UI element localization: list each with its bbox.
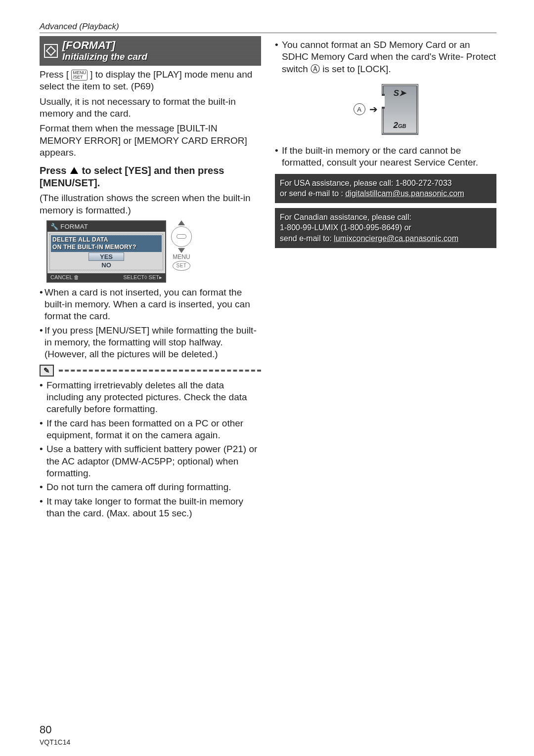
- step-note: (The illustration shows the screen when …: [40, 192, 261, 216]
- list-item: If the card has been formatted on a PC o…: [40, 418, 261, 442]
- up-triangle-icon: [70, 167, 78, 174]
- sd-card-capacity: 2GB: [394, 121, 406, 130]
- right-bullets-bottom: If the built-in memory or the card canno…: [275, 145, 496, 169]
- two-columns: [FORMAT] Initializing the card Press [ M…: [40, 36, 496, 522]
- manual-page: Advanced (Playback) [FORMAT] Initializin…: [0, 0, 534, 756]
- assist-usa-box: For USA assistance, please call: 1-800-2…: [275, 174, 496, 203]
- assist-usa-email[interactable]: digitalstillcam@us.panasonic.com: [346, 189, 464, 198]
- up-arrow-icon: [178, 220, 185, 225]
- banner-subtitle: Initializing the card: [62, 51, 147, 62]
- list-item: If you press [MENU/SET] while formatting…: [40, 325, 261, 361]
- set-button-icon: SET: [173, 261, 190, 271]
- bullets-group-a: When a card is not inserted, you can for…: [40, 287, 261, 361]
- content-wrapper: Advanced (Playback) [FORMAT] Initializin…: [0, 0, 534, 522]
- page-number: 80: [40, 723, 51, 736]
- lcd-screen: 🔧 FORMAT DELETE ALL DATA ON THE BUILT-IN…: [46, 220, 166, 283]
- lcd-line2: ON THE BUILT-IN MEMORY?: [52, 244, 136, 251]
- dash-rule: [59, 370, 261, 372]
- list-item: Use a battery with sufficient battery po…: [40, 443, 261, 479]
- intro-paragraph-1: Press [ MENU/SET ] to display the [PLAY]…: [40, 69, 261, 93]
- right-column: You cannot format an SD Memory Card or a…: [275, 36, 496, 522]
- format-icon: [40, 36, 62, 66]
- note-icon: ✎: [40, 365, 54, 377]
- lcd-cancel: CANCEL: [50, 274, 72, 280]
- assist-can-email[interactable]: lumixconcierge@ca.panasonic.com: [334, 234, 458, 243]
- list-item: Formatting irretrievably deletes all the…: [40, 379, 261, 416]
- intro-paragraph-3: Format them when the message [BUILT-IN M…: [40, 123, 261, 159]
- sd-card-top-label: S➤: [394, 88, 406, 98]
- lcd-yes: YES: [89, 252, 124, 261]
- cursor-control-icon: MENU SET: [171, 220, 192, 271]
- intro-paragraph-2: Usually, it is not necessary to format t…: [40, 96, 261, 120]
- assist-can-line3: send e-mail to:: [280, 234, 334, 243]
- list-item: If the built-in memory or the card canno…: [275, 145, 496, 169]
- page-header: Advanced (Playback): [40, 22, 496, 33]
- assist-can-box: For Canadian assistance, please call: 1-…: [275, 208, 496, 248]
- cursor-circle-icon: [171, 226, 192, 247]
- document-id: VQT1C14: [40, 738, 70, 746]
- lcd-title: 🔧 FORMAT: [47, 221, 165, 232]
- lcd-no: NO: [51, 261, 162, 269]
- list-item: Do not turn the camera off during format…: [40, 481, 261, 493]
- lcd-select: SELECT: [123, 274, 144, 280]
- bullets-group-b: Formatting irretrievably deletes all the…: [40, 379, 261, 519]
- right-bullets-top: You cannot format an SD Memory Card or a…: [275, 39, 496, 75]
- step-heading: Press to select [YES] and then press [ME…: [40, 165, 261, 189]
- sd-card-icon: S➤ 2GB: [382, 84, 418, 135]
- assist-can-line1: For Canadian assistance, please call:: [280, 213, 411, 221]
- lcd-illustration: 🔧 FORMAT DELETE ALL DATA ON THE BUILT-IN…: [46, 220, 261, 283]
- menu-label: MENU: [173, 254, 190, 260]
- assist-can-line2: 1-800-99-LUMIX (1-800-995-8649) or: [280, 223, 411, 232]
- down-arrow-icon: [178, 248, 185, 253]
- label-a: A: [354, 103, 365, 115]
- list-item: It may take longer to format the built-i…: [40, 496, 261, 520]
- assist-usa-line2: or send e-mail to :: [280, 189, 346, 198]
- lcd-line1: DELETE ALL DATA: [52, 236, 108, 243]
- left-column: [FORMAT] Initializing the card Press [ M…: [40, 36, 261, 522]
- menuset-icon: MENU/SET: [71, 70, 88, 81]
- assist-usa-line1: For USA assistance, please call: 1-800-2…: [280, 179, 452, 187]
- sd-card-diagram: A ➔ S➤ 2GB: [275, 84, 496, 135]
- arrow-icon: ➔: [369, 103, 378, 115]
- section-banner: [FORMAT] Initializing the card: [40, 36, 261, 66]
- list-item: When a card is not inserted, you can for…: [40, 287, 261, 323]
- list-item: You cannot format an SD Memory Card or a…: [275, 39, 496, 75]
- banner-title: [FORMAT]: [62, 40, 147, 51]
- note-separator: ✎: [40, 365, 261, 377]
